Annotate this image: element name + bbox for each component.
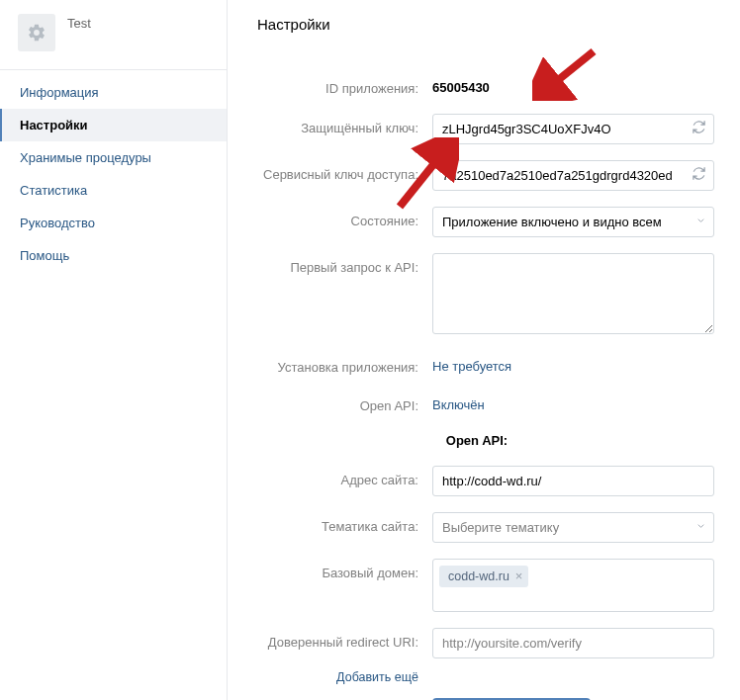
link-open-api-status[interactable]: Включён [432,397,485,412]
label-redirect: Доверенный redirect URI: [239,628,432,658]
label-open-api-status: Open API: [239,392,432,415]
link-add-more[interactable]: Добавить ещё [239,670,432,684]
select-state[interactable]: Приложение включено и видно всем [432,207,714,237]
page-title: Настройки [239,16,714,48]
input-redirect[interactable] [432,628,714,658]
label-state: Состояние: [239,207,432,237]
link-install[interactable]: Не требуется [432,359,511,374]
sidebar-item-help[interactable]: Помощь [0,239,227,272]
label-site-url: Адрес сайта: [239,466,432,496]
label-service-key: Сервисный ключ доступа: [239,160,432,191]
domain-tag: codd-wd.ru × [439,566,528,587]
label-first-request: Первый запрос к API: [239,253,432,337]
label-base-domain: Базовый домен: [239,559,432,612]
label-app-id: ID приложения: [239,74,432,98]
sidebar-nav: Информация Настройки Хранимые процедуры … [0,69,227,278]
input-site-url[interactable] [432,466,714,496]
app-name: Test [67,14,91,31]
domain-tag-text: codd-wd.ru [448,569,509,583]
sidebar: Test Информация Настройки Хранимые проце… [0,0,228,700]
section-heading-open-api: Open API: [239,433,714,448]
sidebar-item-stored-procs[interactable]: Хранимые процедуры [0,141,227,174]
base-domain-box[interactable]: codd-wd.ru × [432,559,714,612]
label-site-topic: Тематика сайта: [239,512,432,543]
select-site-topic[interactable]: Выберите тематику [432,512,714,543]
app-avatar [18,14,55,51]
close-icon[interactable]: × [515,569,523,582]
gear-icon [27,23,46,43]
input-secure-key[interactable] [432,114,714,144]
sidebar-item-stats[interactable]: Статистика [0,174,227,207]
app-header: Test [0,0,227,69]
main-panel: Настройки ID приложения: 65005430 Защищё… [228,0,740,700]
sidebar-item-guide[interactable]: Руководство [0,207,227,239]
sidebar-item-settings[interactable]: Настройки [0,109,227,141]
sidebar-item-info[interactable]: Информация [0,76,227,109]
label-secure-key: Защищённый ключ: [239,114,432,144]
textarea-first-request[interactable] [432,253,714,334]
value-app-id: 65005430 [432,74,714,98]
input-service-key[interactable] [432,160,714,191]
label-install: Установка приложения: [239,353,432,377]
